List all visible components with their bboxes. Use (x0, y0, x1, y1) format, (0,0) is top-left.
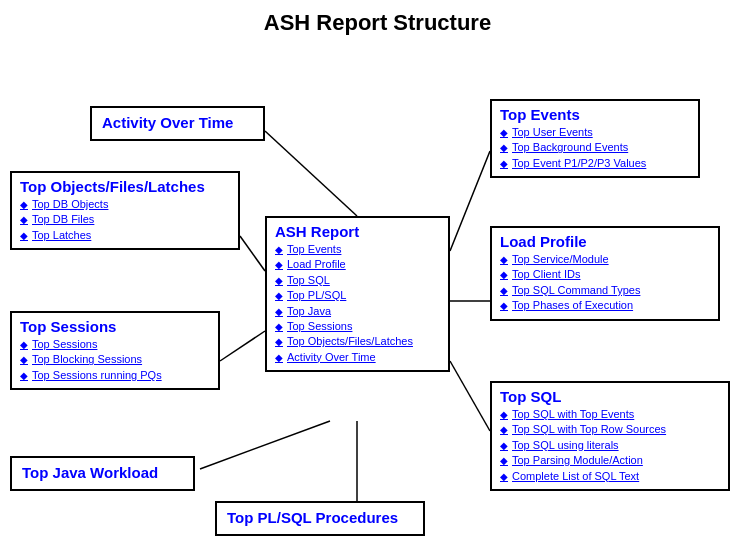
top-sql-item-5: Complete List of SQL Text (500, 469, 720, 484)
load-profile-item-4: Top Phases of Execution (500, 298, 710, 313)
top-events-title: Top Events (500, 106, 690, 123)
ash-report-item-3: Top SQL (275, 273, 440, 288)
ash-report-title: ASH Report (275, 223, 440, 240)
load-profile-box: Load Profile Top Service/Module Top Clie… (490, 226, 720, 321)
top-objects-box: Top Objects/Files/Latches Top DB Objects… (10, 171, 240, 250)
activity-over-time-title: Activity Over Time (102, 114, 253, 131)
top-sql-box: Top SQL Top SQL with Top Events Top SQL … (490, 381, 730, 491)
top-sessions-title: Top Sessions (20, 318, 210, 335)
load-profile-item-3: Top SQL Command Types (500, 283, 710, 298)
svg-line-5 (450, 361, 490, 431)
top-events-item-1: Top User Events (500, 125, 690, 140)
top-objects-item-2: Top DB Files (20, 212, 230, 227)
top-events-item-3: Top Event P1/P2/P3 Values (500, 156, 690, 171)
ash-report-item-6: Top Sessions (275, 319, 440, 334)
top-sessions-item-1: Top Sessions (20, 337, 210, 352)
top-objects-title: Top Objects/Files/Latches (20, 178, 230, 195)
ash-report-item-2: Load Profile (275, 257, 440, 272)
load-profile-title: Load Profile (500, 233, 710, 250)
top-sql-item-4: Top Parsing Module/Action (500, 453, 720, 468)
top-sql-item-1: Top SQL with Top Events (500, 407, 720, 422)
top-sessions-box: Top Sessions Top Sessions Top Blocking S… (10, 311, 220, 390)
load-profile-item-1: Top Service/Module (500, 252, 710, 267)
svg-line-4 (220, 331, 265, 361)
top-sql-item-3: Top SQL using literals (500, 438, 720, 453)
ash-report-item-8: Activity Over Time (275, 350, 440, 365)
top-sql-item-2: Top SQL with Top Row Sources (500, 422, 720, 437)
top-plsql-title: Top PL/SQL Procedures (227, 509, 413, 526)
top-objects-item-1: Top DB Objects (20, 197, 230, 212)
ash-report-box: ASH Report Top Events Load Profile Top S… (265, 216, 450, 372)
top-java-title: Top Java Workload (22, 464, 183, 481)
ash-report-item-4: Top PL/SQL (275, 288, 440, 303)
svg-line-6 (200, 421, 330, 469)
svg-line-2 (240, 236, 265, 271)
diagram: Activity Over Time Top Events Top User E… (0, 41, 755, 548)
top-sql-title: Top SQL (500, 388, 720, 405)
activity-over-time-box: Activity Over Time (90, 106, 265, 141)
top-events-box: Top Events Top User Events Top Backgroun… (490, 99, 700, 178)
top-sessions-item-2: Top Blocking Sessions (20, 352, 210, 367)
page-title: ASH Report Structure (0, 0, 755, 41)
ash-report-item-5: Top Java (275, 304, 440, 319)
svg-line-1 (450, 151, 490, 251)
top-java-box: Top Java Workload (10, 456, 195, 491)
top-sessions-item-3: Top Sessions running PQs (20, 368, 210, 383)
top-objects-item-3: Top Latches (20, 228, 230, 243)
ash-report-item-1: Top Events (275, 242, 440, 257)
svg-line-0 (265, 131, 357, 216)
top-plsql-box: Top PL/SQL Procedures (215, 501, 425, 536)
load-profile-item-2: Top Client IDs (500, 267, 710, 282)
ash-report-item-7: Top Objects/Files/Latches (275, 334, 440, 349)
top-events-item-2: Top Background Events (500, 140, 690, 155)
